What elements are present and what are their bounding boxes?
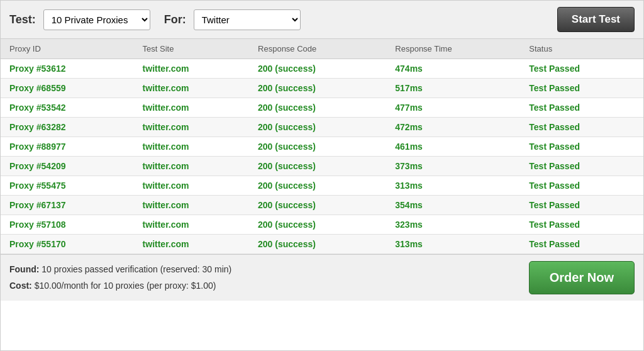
table-row: Proxy #53542twitter.com200 (success)477m… [1, 98, 643, 118]
cell-test_site: twitter.com [134, 215, 249, 235]
cell-status: Test Passed [520, 79, 643, 98]
cell-proxy_id: Proxy #53542 [1, 98, 134, 118]
cost-line: Cost: $10.00/month for 10 proxies (per p… [9, 278, 231, 294]
cell-response_code: 200 (success) [249, 157, 386, 176]
cell-status: Test Passed [520, 118, 643, 137]
table-row: Proxy #63282twitter.com200 (success)472m… [1, 118, 643, 137]
table-body: Proxy #53612twitter.com200 (success)474m… [1, 59, 643, 254]
table-column-header: Proxy ID [1, 39, 134, 59]
table-row: Proxy #67137twitter.com200 (success)354m… [1, 196, 643, 215]
cell-test_site: twitter.com [134, 196, 249, 215]
cell-response_code: 200 (success) [249, 235, 386, 254]
table-row: Proxy #88977twitter.com200 (success)461m… [1, 137, 643, 157]
footer-info: Found: 10 proxies passed verification (r… [9, 262, 231, 293]
toolbar: Test: 10 Private Proxies5 Private Proxie… [1, 1, 643, 39]
order-now-button[interactable]: Order Now [529, 261, 635, 294]
cell-status: Test Passed [520, 215, 643, 235]
cell-response_code: 200 (success) [249, 176, 386, 196]
cell-proxy_id: Proxy #88977 [1, 137, 134, 157]
cell-test_site: twitter.com [134, 235, 249, 254]
table-header-row: Proxy IDTest SiteResponse CodeResponse T… [1, 39, 643, 59]
cell-response_code: 200 (success) [249, 215, 386, 235]
footer: Found: 10 proxies passed verification (r… [1, 254, 643, 301]
proxy-table: Proxy IDTest SiteResponse CodeResponse T… [1, 39, 643, 254]
cell-test_site: twitter.com [134, 79, 249, 98]
table-header: Proxy IDTest SiteResponse CodeResponse T… [1, 39, 643, 59]
cell-response_time: 313ms [386, 176, 520, 196]
cell-test_site: twitter.com [134, 176, 249, 196]
table-row: Proxy #54209twitter.com200 (success)373m… [1, 157, 643, 176]
cell-response_code: 200 (success) [249, 79, 386, 98]
cell-status: Test Passed [520, 137, 643, 157]
cell-proxy_id: Proxy #57108 [1, 215, 134, 235]
cell-test_site: twitter.com [134, 157, 249, 176]
cost-text: $10.00/month for 10 proxies (per proxy: … [35, 281, 216, 291]
cell-response_time: 313ms [386, 235, 520, 254]
cell-proxy_id: Proxy #67137 [1, 196, 134, 215]
for-label: For: [164, 13, 186, 26]
cell-response_code: 200 (success) [249, 196, 386, 215]
table-column-header: Status [520, 39, 643, 59]
start-test-button[interactable]: Start Test [557, 7, 635, 32]
table-column-header: Response Code [249, 39, 386, 59]
test-select[interactable]: 10 Private Proxies5 Private Proxies20 Pr… [43, 9, 150, 30]
found-line: Found: 10 proxies passed verification (r… [9, 262, 231, 277]
cell-response_time: 474ms [386, 59, 520, 79]
cell-status: Test Passed [520, 235, 643, 254]
cell-proxy_id: Proxy #68559 [1, 79, 134, 98]
cell-proxy_id: Proxy #55475 [1, 176, 134, 196]
cell-test_site: twitter.com [134, 98, 249, 118]
cell-status: Test Passed [520, 157, 643, 176]
found-text: 10 proxies passed verification (reserved… [42, 264, 231, 274]
table-row: Proxy #68559twitter.com200 (success)517m… [1, 79, 643, 98]
cell-response_code: 200 (success) [249, 59, 386, 79]
cell-response_time: 373ms [386, 157, 520, 176]
table-row: Proxy #55170twitter.com200 (success)313m… [1, 235, 643, 254]
cell-test_site: twitter.com [134, 59, 249, 79]
cell-status: Test Passed [520, 196, 643, 215]
cell-proxy_id: Proxy #54209 [1, 157, 134, 176]
cell-response_code: 200 (success) [249, 98, 386, 118]
cell-test_site: twitter.com [134, 118, 249, 137]
test-label: Test: [9, 13, 36, 26]
cell-test_site: twitter.com [134, 137, 249, 157]
cell-status: Test Passed [520, 176, 643, 196]
table-row: Proxy #57108twitter.com200 (success)323m… [1, 215, 643, 235]
cell-response_time: 354ms [386, 196, 520, 215]
main-container: Test: 10 Private Proxies5 Private Proxie… [0, 0, 644, 351]
cell-response_time: 477ms [386, 98, 520, 118]
cell-response_code: 200 (success) [249, 137, 386, 157]
cell-response_time: 461ms [386, 137, 520, 157]
cell-status: Test Passed [520, 98, 643, 118]
cell-response_time: 472ms [386, 118, 520, 137]
cell-proxy_id: Proxy #53612 [1, 59, 134, 79]
cell-response_time: 323ms [386, 215, 520, 235]
table-column-header: Response Time [386, 39, 520, 59]
for-select[interactable]: TwitterFacebookInstagramGoogleAmazon [194, 9, 301, 30]
cost-label: Cost: [9, 281, 32, 291]
cell-proxy_id: Proxy #55170 [1, 235, 134, 254]
cell-response_time: 517ms [386, 79, 520, 98]
cell-proxy_id: Proxy #63282 [1, 118, 134, 137]
table-row: Proxy #55475twitter.com200 (success)313m… [1, 176, 643, 196]
cell-response_code: 200 (success) [249, 118, 386, 137]
found-label: Found: [9, 264, 39, 274]
table-row: Proxy #53612twitter.com200 (success)474m… [1, 59, 643, 79]
cell-status: Test Passed [520, 59, 643, 79]
table-column-header: Test Site [134, 39, 249, 59]
